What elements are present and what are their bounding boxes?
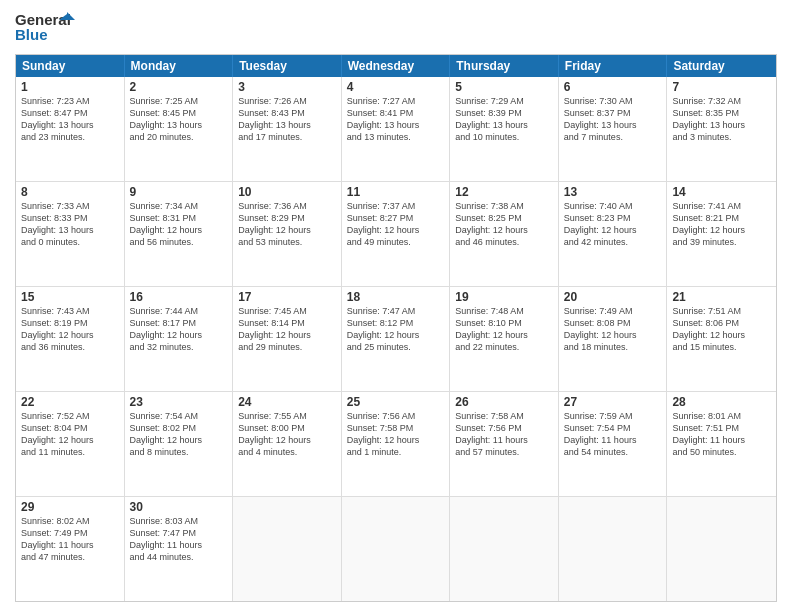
day-number: 19	[455, 290, 553, 304]
day-number: 3	[238, 80, 336, 94]
day-info: Sunrise: 8:03 AM Sunset: 7:47 PM Dayligh…	[130, 515, 228, 564]
header-day-thursday: Thursday	[450, 55, 559, 77]
day-number: 26	[455, 395, 553, 409]
cal-cell-day-10: 10Sunrise: 7:36 AM Sunset: 8:29 PM Dayli…	[233, 182, 342, 286]
day-info: Sunrise: 7:56 AM Sunset: 7:58 PM Dayligh…	[347, 410, 445, 459]
day-info: Sunrise: 7:25 AM Sunset: 8:45 PM Dayligh…	[130, 95, 228, 144]
day-number: 25	[347, 395, 445, 409]
cal-cell-day-7: 7Sunrise: 7:32 AM Sunset: 8:35 PM Daylig…	[667, 77, 776, 181]
page: General Blue SundayMondayTuesdayWednesda…	[0, 0, 792, 612]
cal-cell-empty	[342, 497, 451, 601]
day-number: 23	[130, 395, 228, 409]
cal-cell-day-28: 28Sunrise: 8:01 AM Sunset: 7:51 PM Dayli…	[667, 392, 776, 496]
day-info: Sunrise: 7:52 AM Sunset: 8:04 PM Dayligh…	[21, 410, 119, 459]
header-day-saturday: Saturday	[667, 55, 776, 77]
cal-row-4: 22Sunrise: 7:52 AM Sunset: 8:04 PM Dayli…	[16, 391, 776, 496]
cal-cell-day-29: 29Sunrise: 8:02 AM Sunset: 7:49 PM Dayli…	[16, 497, 125, 601]
day-info: Sunrise: 7:55 AM Sunset: 8:00 PM Dayligh…	[238, 410, 336, 459]
day-info: Sunrise: 7:29 AM Sunset: 8:39 PM Dayligh…	[455, 95, 553, 144]
day-number: 4	[347, 80, 445, 94]
cal-cell-day-16: 16Sunrise: 7:44 AM Sunset: 8:17 PM Dayli…	[125, 287, 234, 391]
header: General Blue	[15, 10, 777, 46]
day-number: 6	[564, 80, 662, 94]
cal-cell-day-13: 13Sunrise: 7:40 AM Sunset: 8:23 PM Dayli…	[559, 182, 668, 286]
cal-cell-day-5: 5Sunrise: 7:29 AM Sunset: 8:39 PM Daylig…	[450, 77, 559, 181]
calendar: SundayMondayTuesdayWednesdayThursdayFrid…	[15, 54, 777, 602]
day-info: Sunrise: 7:45 AM Sunset: 8:14 PM Dayligh…	[238, 305, 336, 354]
cal-cell-day-30: 30Sunrise: 8:03 AM Sunset: 7:47 PM Dayli…	[125, 497, 234, 601]
day-number: 12	[455, 185, 553, 199]
cal-cell-day-3: 3Sunrise: 7:26 AM Sunset: 8:43 PM Daylig…	[233, 77, 342, 181]
cal-cell-day-24: 24Sunrise: 7:55 AM Sunset: 8:00 PM Dayli…	[233, 392, 342, 496]
day-number: 2	[130, 80, 228, 94]
cal-cell-day-4: 4Sunrise: 7:27 AM Sunset: 8:41 PM Daylig…	[342, 77, 451, 181]
day-info: Sunrise: 7:38 AM Sunset: 8:25 PM Dayligh…	[455, 200, 553, 249]
header-day-monday: Monday	[125, 55, 234, 77]
day-info: Sunrise: 7:58 AM Sunset: 7:56 PM Dayligh…	[455, 410, 553, 459]
day-number: 28	[672, 395, 771, 409]
day-info: Sunrise: 8:02 AM Sunset: 7:49 PM Dayligh…	[21, 515, 119, 564]
cal-cell-empty	[667, 497, 776, 601]
day-info: Sunrise: 7:44 AM Sunset: 8:17 PM Dayligh…	[130, 305, 228, 354]
cal-cell-day-20: 20Sunrise: 7:49 AM Sunset: 8:08 PM Dayli…	[559, 287, 668, 391]
day-info: Sunrise: 7:51 AM Sunset: 8:06 PM Dayligh…	[672, 305, 771, 354]
day-info: Sunrise: 7:37 AM Sunset: 8:27 PM Dayligh…	[347, 200, 445, 249]
day-info: Sunrise: 7:30 AM Sunset: 8:37 PM Dayligh…	[564, 95, 662, 144]
cal-cell-empty	[559, 497, 668, 601]
day-info: Sunrise: 7:47 AM Sunset: 8:12 PM Dayligh…	[347, 305, 445, 354]
day-info: Sunrise: 7:54 AM Sunset: 8:02 PM Dayligh…	[130, 410, 228, 459]
cal-cell-day-2: 2Sunrise: 7:25 AM Sunset: 8:45 PM Daylig…	[125, 77, 234, 181]
day-info: Sunrise: 7:33 AM Sunset: 8:33 PM Dayligh…	[21, 200, 119, 249]
day-number: 1	[21, 80, 119, 94]
calendar-header: SundayMondayTuesdayWednesdayThursdayFrid…	[16, 55, 776, 77]
cal-cell-day-17: 17Sunrise: 7:45 AM Sunset: 8:14 PM Dayli…	[233, 287, 342, 391]
cal-cell-day-25: 25Sunrise: 7:56 AM Sunset: 7:58 PM Dayli…	[342, 392, 451, 496]
cal-cell-day-18: 18Sunrise: 7:47 AM Sunset: 8:12 PM Dayli…	[342, 287, 451, 391]
header-day-tuesday: Tuesday	[233, 55, 342, 77]
day-info: Sunrise: 7:48 AM Sunset: 8:10 PM Dayligh…	[455, 305, 553, 354]
day-number: 29	[21, 500, 119, 514]
day-number: 30	[130, 500, 228, 514]
cal-cell-day-19: 19Sunrise: 7:48 AM Sunset: 8:10 PM Dayli…	[450, 287, 559, 391]
day-number: 20	[564, 290, 662, 304]
day-number: 27	[564, 395, 662, 409]
cal-cell-day-9: 9Sunrise: 7:34 AM Sunset: 8:31 PM Daylig…	[125, 182, 234, 286]
day-number: 14	[672, 185, 771, 199]
cal-cell-day-1: 1Sunrise: 7:23 AM Sunset: 8:47 PM Daylig…	[16, 77, 125, 181]
day-number: 21	[672, 290, 771, 304]
svg-text:Blue: Blue	[15, 26, 48, 43]
day-number: 8	[21, 185, 119, 199]
cal-cell-day-21: 21Sunrise: 7:51 AM Sunset: 8:06 PM Dayli…	[667, 287, 776, 391]
day-info: Sunrise: 7:36 AM Sunset: 8:29 PM Dayligh…	[238, 200, 336, 249]
cal-row-3: 15Sunrise: 7:43 AM Sunset: 8:19 PM Dayli…	[16, 286, 776, 391]
cal-row-1: 1Sunrise: 7:23 AM Sunset: 8:47 PM Daylig…	[16, 77, 776, 181]
day-info: Sunrise: 7:49 AM Sunset: 8:08 PM Dayligh…	[564, 305, 662, 354]
cal-cell-empty	[233, 497, 342, 601]
day-number: 9	[130, 185, 228, 199]
day-info: Sunrise: 8:01 AM Sunset: 7:51 PM Dayligh…	[672, 410, 771, 459]
day-number: 11	[347, 185, 445, 199]
logo-svg: General Blue	[15, 10, 75, 46]
cal-cell-day-14: 14Sunrise: 7:41 AM Sunset: 8:21 PM Dayli…	[667, 182, 776, 286]
day-info: Sunrise: 7:43 AM Sunset: 8:19 PM Dayligh…	[21, 305, 119, 354]
day-number: 18	[347, 290, 445, 304]
day-number: 17	[238, 290, 336, 304]
cal-cell-day-12: 12Sunrise: 7:38 AM Sunset: 8:25 PM Dayli…	[450, 182, 559, 286]
day-info: Sunrise: 7:41 AM Sunset: 8:21 PM Dayligh…	[672, 200, 771, 249]
cal-cell-day-11: 11Sunrise: 7:37 AM Sunset: 8:27 PM Dayli…	[342, 182, 451, 286]
cal-cell-day-6: 6Sunrise: 7:30 AM Sunset: 8:37 PM Daylig…	[559, 77, 668, 181]
cal-cell-day-23: 23Sunrise: 7:54 AM Sunset: 8:02 PM Dayli…	[125, 392, 234, 496]
day-info: Sunrise: 7:27 AM Sunset: 8:41 PM Dayligh…	[347, 95, 445, 144]
header-day-friday: Friday	[559, 55, 668, 77]
day-number: 13	[564, 185, 662, 199]
cal-row-2: 8Sunrise: 7:33 AM Sunset: 8:33 PM Daylig…	[16, 181, 776, 286]
day-number: 24	[238, 395, 336, 409]
day-number: 15	[21, 290, 119, 304]
cal-cell-day-22: 22Sunrise: 7:52 AM Sunset: 8:04 PM Dayli…	[16, 392, 125, 496]
day-number: 16	[130, 290, 228, 304]
day-info: Sunrise: 7:59 AM Sunset: 7:54 PM Dayligh…	[564, 410, 662, 459]
cal-cell-empty	[450, 497, 559, 601]
header-day-sunday: Sunday	[16, 55, 125, 77]
cal-cell-day-8: 8Sunrise: 7:33 AM Sunset: 8:33 PM Daylig…	[16, 182, 125, 286]
day-info: Sunrise: 7:23 AM Sunset: 8:47 PM Dayligh…	[21, 95, 119, 144]
